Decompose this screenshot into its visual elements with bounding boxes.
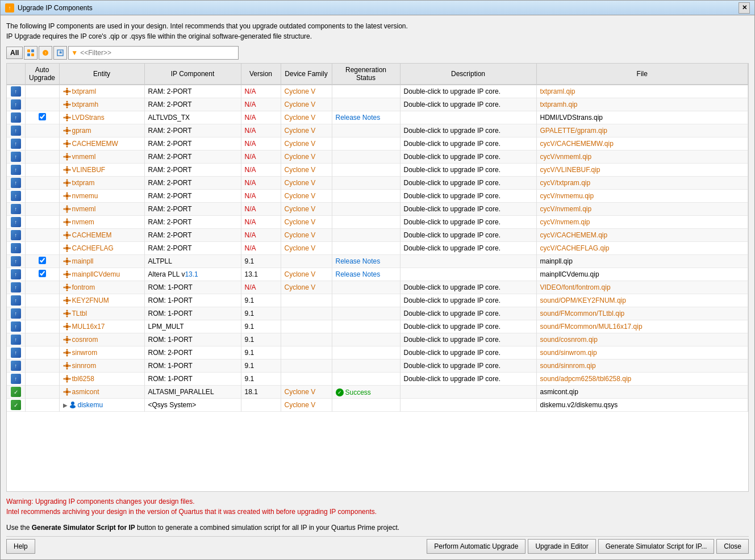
generate-simulator-button[interactable]: Generate Simulator Script for IP... [598,539,715,554]
table-row[interactable]: ↑nvmemlRAM: 2-PORTN/ACyclone VDouble-cli… [7,203,748,216]
table-row[interactable]: ↑txtpramhRAM: 2-PORTN/ACyclone VDouble-c… [7,98,748,111]
svg-point-83 [65,286,69,289]
table-row[interactable]: ↑vnmemlRAM: 2-PORTN/ACyclone VDouble-cli… [7,151,748,164]
entity-name: LVDStrans [72,114,105,122]
expand-arrow[interactable]: ▶ [63,402,68,408]
table-row[interactable]: ↑mainpllALTPLL9.1Release Notesmainpll.qi… [7,255,748,268]
toolbar-btn-1[interactable] [24,46,37,60]
table-row[interactable]: ↑KEY2FNUMROM: 1-PORT9.1Double-click to u… [7,294,748,307]
entity-cell: LVDStrans [59,111,144,124]
entity-cell: nvmeml [59,203,144,216]
release-notes-link[interactable]: Release Notes [336,257,381,265]
regen-status-cell: ✓Success [332,386,400,399]
entity-name: CACHEMEM [72,231,112,239]
entity-gear-icon [63,101,71,108]
auto-upgrade-cell[interactable] [25,268,59,281]
description-cell: Double-click to upgrade IP core. [400,320,536,333]
table-row[interactable]: ↑nvmemRAM: 2-PORTN/ACyclone VDouble-clic… [7,216,748,229]
device-family-cell [281,360,332,373]
file-cell: sound/adpcm6258/tbl6258.qip [536,373,748,386]
auto-upgrade-checkbox[interactable] [39,257,46,264]
auto-upgrade-cell [25,151,59,164]
ip-component-cell: RAM: 2-PORT [144,229,241,242]
entity-cell: sinwrom [59,346,144,360]
regen-status-cell [332,281,400,294]
svg-point-43 [65,181,69,185]
auto-upgrade-cell [25,399,59,412]
regen-status-cell: Release Notes [332,268,400,281]
upgrade-icon: ↑ [11,361,21,371]
table-row[interactable]: ↑tbl6258ROM: 1-PORT9.1Double-click to up… [7,373,748,386]
file-cell: mainpll.qip [536,255,748,268]
svg-point-93 [65,312,69,315]
table-row[interactable]: ↑gpramRAM: 2-PORTN/ACyclone VDouble-clic… [7,124,748,137]
entity-cell: txtpraml [59,85,144,98]
table-row[interactable]: ↑nvmemuRAM: 2-PORTN/ACyclone VDouble-cli… [7,190,748,203]
toolbar-btn-3[interactable]: ★ [53,46,67,60]
row-icon-cell: ↑ [7,242,25,255]
col-regen-status: RegenerationStatus [332,64,400,85]
entity-gear-icon [63,349,71,357]
ip-component-cell: RAM: 2-PORT [144,164,241,177]
svg-point-56 [63,208,65,210]
help-button[interactable]: Help [6,539,35,554]
table-row[interactable]: ↑CACHEMEMRAM: 2-PORTN/ACyclone VDouble-c… [7,229,748,242]
auto-upgrade-cell[interactable] [25,255,59,268]
all-button[interactable]: All [6,47,23,59]
auto-upgrade-cell[interactable] [25,111,59,124]
svg-point-82 [69,274,70,275]
svg-point-40 [66,172,68,174]
entity-name: CACHEMEMW [72,140,118,148]
upgrade-in-editor-button[interactable]: Upgrade in Editor [528,539,595,554]
regen-status-cell [332,229,400,242]
table-row[interactable]: ↑txtpramRAM: 2-PORTN/ACyclone VDouble-cl… [7,177,748,190]
auto-upgrade-checkbox[interactable] [39,113,46,120]
upgrade-icon: ↑ [11,282,21,292]
table-row[interactable]: ↑MUL16x17LPM_MULT9.1Double-click to upgr… [7,320,748,333]
toolbar-btn-2[interactable]: ↑ [39,46,52,60]
svg-point-20 [66,120,68,122]
table-row[interactable]: ↑TLtblROM: 1-PORT9.1Double-click to upgr… [7,307,748,320]
table-row[interactable]: ↑CACHEMEMWRAM: 2-PORTN/ACyclone VDouble-… [7,137,748,151]
svg-point-127 [69,391,70,393]
table-row[interactable]: ↑sinwromROM: 2-PORT9.1Double-click to up… [7,346,748,360]
svg-point-36 [63,156,65,158]
table-row[interactable]: ✓▶diskemu<Qsys System>Cyclone Vdiskemu.v… [7,399,748,412]
filter-input[interactable] [80,49,236,57]
table-row[interactable]: ↑txtpramlRAM: 2-PORTN/ACyclone VDouble-c… [7,85,748,98]
release-notes-link[interactable]: Release Notes [336,270,381,278]
table-row[interactable]: ↑LVDStransALTLVDS_TXN/ACyclone VRelease … [7,111,748,124]
file-cell: cycV/CACHEMEMW.qip [536,137,748,151]
auto-upgrade-cell [25,137,59,151]
release-notes-link[interactable]: Release Notes [336,114,381,122]
regen-status-cell [332,203,400,216]
table-row[interactable]: ↑mainpllCVdemuAltera PLL v13.113.1Cyclon… [7,268,748,281]
upgrade-icon: ↑ [11,204,21,214]
svg-point-122 [69,378,70,380]
table-row[interactable]: ↑CACHEFLAGRAM: 2-PORTN/ACyclone VDouble-… [7,242,748,255]
table-row[interactable]: ↑VLINEBUFRAM: 2-PORTN/ACyclone VDouble-c… [7,164,748,177]
entity-cell: txtpramh [59,98,144,111]
svg-point-51 [63,195,65,197]
regen-status-cell: Release Notes [332,111,400,124]
table-row[interactable]: ↑fontromROM: 1-PORTN/ACyclone VDouble-cl… [7,281,748,294]
svg-point-46 [63,182,65,184]
ip-version-link[interactable]: 13.1 [185,270,198,278]
version-cell: N/A [241,281,281,294]
close-button[interactable]: Close [716,539,749,554]
entity-cell: vnmeml [59,151,144,164]
table-row[interactable]: ✓asmicontALTASMI_PARALLEL18.1Cyclone V✓S… [7,386,748,399]
table-row[interactable]: ↑cosnromROM: 1-PORT9.1Double-click to up… [7,333,748,346]
svg-point-108 [65,351,69,354]
table-row[interactable]: ↑sinnromROM: 1-PORT9.1Double-click to up… [7,360,748,373]
table-container[interactable]: AutoUpgrade Entity IP Component Version … [6,63,749,492]
perform-upgrade-button[interactable]: Perform Automatic Upgrade [427,539,525,554]
upgrade-icon: ↑ [11,374,21,384]
regen-status-cell [332,177,400,190]
table-body: ↑txtpramlRAM: 2-PORTN/ACyclone VDouble-c… [7,85,748,412]
auto-upgrade-checkbox[interactable] [39,270,46,277]
warning-text-1: Warning: Upgrading IP components changes… [6,496,749,507]
file-cell: cycV/nvmeml.qip [536,203,748,216]
close-window-button[interactable]: ✕ [739,2,750,14]
auto-upgrade-cell [25,85,59,98]
